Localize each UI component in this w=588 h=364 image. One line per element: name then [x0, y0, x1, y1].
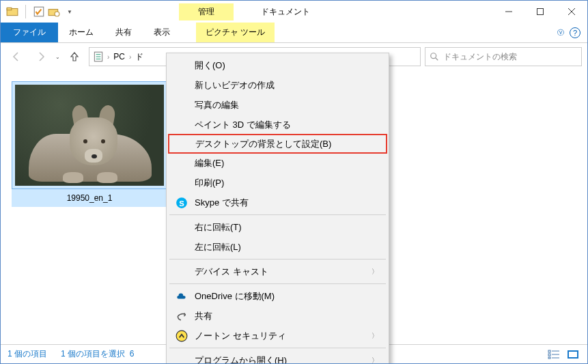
window-controls — [493, 1, 587, 23]
ctx-open-with[interactable]: プログラムから開く(H)〉 — [169, 350, 387, 364]
cloud-icon — [176, 290, 188, 303]
ctx-rotate-right[interactable]: 右に回転(T) — [169, 217, 387, 237]
svg-point-17 — [176, 331, 187, 341]
breadcrumb-root[interactable]: PC — [112, 52, 126, 61]
maximize-button[interactable] — [524, 1, 556, 23]
tab-picture-tools[interactable]: ピクチャ ツール — [196, 23, 275, 42]
ctx-share[interactable]: 共有 — [169, 306, 387, 326]
close-button[interactable] — [556, 1, 587, 23]
help-icon[interactable]: ? — [570, 27, 580, 38]
ribbon-collapse-icon[interactable]: ⓥ — [557, 28, 564, 38]
properties-icon[interactable] — [33, 5, 45, 18]
file-name-label: 19950_en_1 — [12, 189, 167, 207]
svg-rect-6 — [537, 9, 544, 15]
ctx-device-cast[interactable]: デバイス キャスト〉 — [169, 262, 387, 281]
ribbon-tabs: ファイル ホーム 共有 表示 ピクチャ ツール ⓥ ? — [1, 23, 587, 43]
thumbnails-view-button[interactable] — [565, 348, 580, 361]
titlebar: ▼ 管理 ドキュメント — [1, 1, 587, 23]
history-dropdown[interactable]: ⌄ — [55, 54, 60, 60]
svg-rect-25 — [569, 352, 577, 357]
status-item-count: 1 個の項目 — [8, 348, 47, 360]
ctx-new-video[interactable]: 新しいビデオの作成 — [169, 75, 387, 95]
separator — [169, 259, 386, 260]
qat-dropdown[interactable]: ▼ — [63, 9, 76, 15]
minimize-button[interactable] — [493, 1, 524, 23]
ctx-onedrive[interactable]: OneDrive に移動(M) — [169, 286, 387, 306]
breadcrumb-seg[interactable]: ド — [134, 51, 145, 63]
ctx-paint3d[interactable]: ペイント 3D で編集する — [169, 115, 387, 135]
thumbnail — [12, 81, 167, 189]
ctx-norton[interactable]: ノートン セキュリティ〉 — [169, 326, 387, 346]
ctx-open[interactable]: 開く(O) — [169, 55, 387, 75]
folder-icon — [6, 5, 18, 18]
up-button[interactable] — [64, 46, 85, 67]
svg-line-14 — [436, 58, 438, 61]
tab-home[interactable]: ホーム — [58, 23, 104, 42]
share-icon — [176, 310, 188, 322]
separator — [169, 214, 386, 215]
chevron-right-icon: 〉 — [372, 356, 378, 365]
chevron-right-icon[interactable]: › — [107, 53, 109, 61]
separator — [25, 5, 26, 18]
ctx-rotate-left[interactable]: 左に回転(L) — [169, 237, 387, 257]
status-selected-count: 1 個の項目を選択 6 — [61, 348, 134, 360]
ctx-edit[interactable]: 編集(E) — [169, 153, 387, 173]
details-view-button[interactable] — [546, 348, 561, 361]
contextual-tab-header: 管理 — [179, 3, 234, 20]
forward-button[interactable] — [31, 46, 51, 67]
ctx-edit-photo[interactable]: 写真の編集 — [169, 95, 387, 115]
search-input[interactable]: ドキュメントの検索 — [425, 47, 582, 66]
svg-text:S: S — [179, 199, 184, 207]
file-item[interactable]: 19950_en_1 — [12, 81, 167, 207]
tab-file[interactable]: ファイル — [1, 23, 58, 42]
ctx-skype-share[interactable]: S Skype で共有 — [169, 193, 387, 212]
svg-rect-18 — [548, 350, 550, 352]
ctx-print[interactable]: 印刷(P) — [169, 173, 387, 193]
search-placeholder: ドキュメントの検索 — [443, 51, 517, 63]
separator — [169, 348, 386, 348]
new-folder-icon[interactable] — [48, 5, 60, 18]
search-icon — [430, 52, 439, 61]
chevron-right-icon: 〉 — [372, 267, 378, 277]
svg-rect-20 — [548, 357, 550, 359]
skype-icon: S — [176, 197, 188, 209]
context-menu: 開く(O) 新しいビデオの作成 写真の編集 ペイント 3D で編集する デスクト… — [166, 53, 389, 364]
document-icon — [92, 51, 104, 63]
tab-share[interactable]: 共有 — [104, 23, 143, 42]
chevron-right-icon: 〉 — [372, 331, 378, 341]
separator — [169, 283, 386, 284]
tab-view[interactable]: 表示 — [143, 23, 181, 42]
quick-access-toolbar: ▼ — [1, 5, 76, 18]
svg-point-4 — [55, 12, 59, 16]
norton-icon — [176, 330, 188, 342]
back-button[interactable] — [6, 46, 27, 67]
ctx-set-desktop-background[interactable]: デスクトップの背景として設定(B) — [168, 134, 387, 154]
svg-point-13 — [431, 53, 436, 59]
svg-rect-1 — [7, 8, 12, 10]
chevron-right-icon[interactable]: › — [129, 53, 131, 61]
window-title: ドキュメント — [261, 6, 310, 18]
svg-rect-19 — [548, 354, 550, 356]
